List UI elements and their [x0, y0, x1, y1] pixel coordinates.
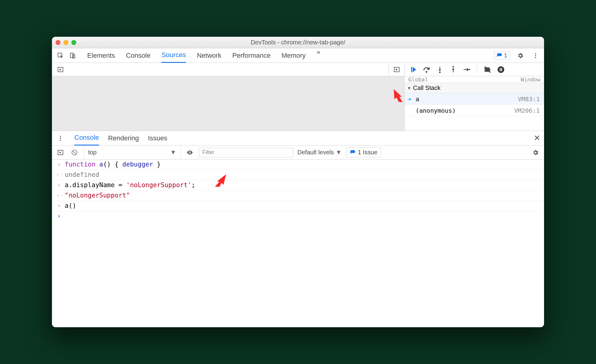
more-tabs-icon[interactable]: » — [317, 48, 320, 63]
show-debugger-icon[interactable] — [392, 65, 402, 74]
call-stack-frame[interactable]: (anonymous) VM206:1 — [405, 105, 544, 116]
drawer-tabbar: Console Rendering Issues ✕ — [52, 131, 544, 146]
prompt-marker-icon: › — [56, 212, 62, 220]
scope-value: Window — [521, 76, 540, 83]
console-code: a() — [65, 202, 76, 209]
drawer-tab-rendering[interactable]: Rendering — [108, 131, 139, 146]
console-toolbar: top ▼ Filter Default levels ▼ 1 Issue — [52, 146, 544, 160]
debugger-sidebar: Global Window ▼ Call Stack ➔ a VM83:1 (a… — [404, 76, 544, 131]
titlebar: DevTools - chrome://new-tab-page/ — [52, 37, 544, 48]
svg-point-16 — [60, 138, 61, 139]
tab-memory[interactable]: Memory — [282, 48, 306, 63]
main-tabbar: Elements Console Sources Network Perform… — [52, 48, 544, 63]
sources-toolbar — [52, 63, 544, 76]
console-input-line: › a.displayName = 'noLongerSupport'; — [52, 180, 544, 191]
toolbar-right: 1 — [494, 51, 540, 60]
console-result: undefined — [65, 171, 99, 178]
live-expression-icon[interactable] — [185, 148, 195, 157]
current-frame-icon: ➔ — [408, 95, 411, 103]
show-navigator-icon[interactable] — [56, 65, 65, 74]
svg-rect-13 — [500, 68, 501, 71]
output-marker-icon: ‹· — [56, 192, 62, 199]
execution-context-selector[interactable]: top ▼ — [84, 146, 181, 159]
device-toggle-icon[interactable] — [68, 51, 77, 60]
svg-point-4 — [535, 55, 536, 56]
dropdown-icon: ▼ — [336, 149, 342, 156]
scope-name: Global — [408, 76, 428, 83]
log-levels-selector[interactable]: Default levels ▼ — [297, 149, 342, 156]
svg-point-5 — [535, 57, 536, 58]
clear-console-icon[interactable] — [70, 148, 79, 157]
call-stack-title: Call Stack — [413, 84, 440, 91]
dropdown-icon: ▼ — [170, 149, 176, 156]
settings-icon[interactable] — [516, 51, 525, 60]
console-input-line: › function a() { debugger } — [52, 160, 544, 170]
console-code: a.displayName = 'noLongerSupport'; — [65, 181, 195, 189]
svg-point-15 — [60, 136, 61, 137]
input-marker-icon: › — [56, 181, 62, 189]
inspect-element-icon[interactable] — [56, 51, 65, 60]
source-editor[interactable] — [52, 76, 404, 131]
input-marker-icon: › — [56, 202, 62, 209]
drawer-menu-icon[interactable] — [56, 133, 65, 143]
tab-performance[interactable]: Performance — [232, 48, 271, 63]
step-into-icon[interactable] — [436, 65, 444, 74]
console-body: › function a() { debugger } ‹· undefined… — [52, 160, 544, 221]
svg-rect-14 — [501, 68, 502, 71]
annotation-arrow-icon — [213, 172, 229, 190]
issues-count: 1 — [504, 52, 507, 59]
output-marker-icon: ‹· — [56, 171, 62, 178]
frame-location: VM83:1 — [518, 95, 540, 103]
call-stack-frame[interactable]: ➔ a VM83:1 — [405, 93, 544, 105]
step-over-icon[interactable] — [422, 65, 431, 74]
devtools-window: DevTools - chrome://new-tab-page/ Elemen… — [52, 37, 544, 327]
tab-network[interactable]: Network — [197, 48, 221, 63]
svg-point-20 — [189, 152, 190, 153]
console-output-line: ‹· undefined — [52, 170, 544, 180]
console-filter-input[interactable]: Filter — [199, 148, 293, 157]
drawer-tab-issues[interactable]: Issues — [148, 131, 167, 146]
filter-placeholder: Filter — [202, 149, 214, 156]
issues-button[interactable]: 1 Issue — [346, 147, 381, 157]
svg-rect-1 — [70, 53, 74, 57]
svg-point-17 — [60, 139, 61, 141]
context-label: top — [88, 149, 97, 156]
frame-name: (anonymous) — [416, 107, 456, 114]
issues-badge[interactable]: 1 — [494, 51, 510, 60]
svg-point-3 — [535, 53, 536, 54]
scope-row-global[interactable]: Global Window — [405, 76, 544, 83]
frame-name: a — [416, 95, 419, 103]
issues-label: 1 Issue — [358, 149, 377, 156]
console-output-line: ‹· "noLongerSupport" — [52, 191, 544, 201]
console-result: "noLongerSupport" — [65, 192, 130, 199]
console-code: function a() { debugger } — [65, 161, 161, 168]
window-title: DevTools - chrome://new-tab-page/ — [52, 39, 544, 46]
disclosure-triangle-icon: ▼ — [407, 86, 411, 91]
show-console-sidebar-icon[interactable] — [56, 148, 65, 157]
levels-label: Default levels — [297, 149, 334, 156]
drawer-tab-console[interactable]: Console — [74, 131, 99, 146]
deactivate-breakpoints-icon[interactable] — [483, 65, 492, 74]
tab-console[interactable]: Console — [126, 48, 151, 63]
resume-icon[interactable] — [409, 65, 417, 74]
console-settings-icon[interactable] — [531, 148, 540, 157]
svg-point-12 — [498, 66, 504, 73]
kebab-menu-icon[interactable] — [531, 51, 540, 60]
console-input-line: › a() — [52, 201, 544, 211]
frame-location: VM206:1 — [514, 107, 540, 114]
close-drawer-icon[interactable]: ✕ — [534, 133, 540, 143]
debugger-controls — [404, 63, 544, 76]
svg-point-11 — [469, 69, 470, 70]
tab-elements[interactable]: Elements — [87, 48, 115, 63]
separator — [477, 66, 477, 74]
svg-point-9 — [439, 71, 441, 73]
step-out-icon[interactable] — [449, 65, 457, 74]
tab-sources[interactable]: Sources — [161, 48, 186, 63]
input-marker-icon: › — [56, 161, 62, 168]
annotation-arrow-icon — [390, 87, 406, 104]
svg-point-8 — [426, 71, 427, 72]
call-stack-header[interactable]: ▼ Call Stack — [405, 83, 544, 93]
console-prompt[interactable]: › — [52, 211, 544, 221]
pause-on-exceptions-icon[interactable] — [497, 65, 505, 74]
step-icon[interactable] — [462, 65, 471, 74]
